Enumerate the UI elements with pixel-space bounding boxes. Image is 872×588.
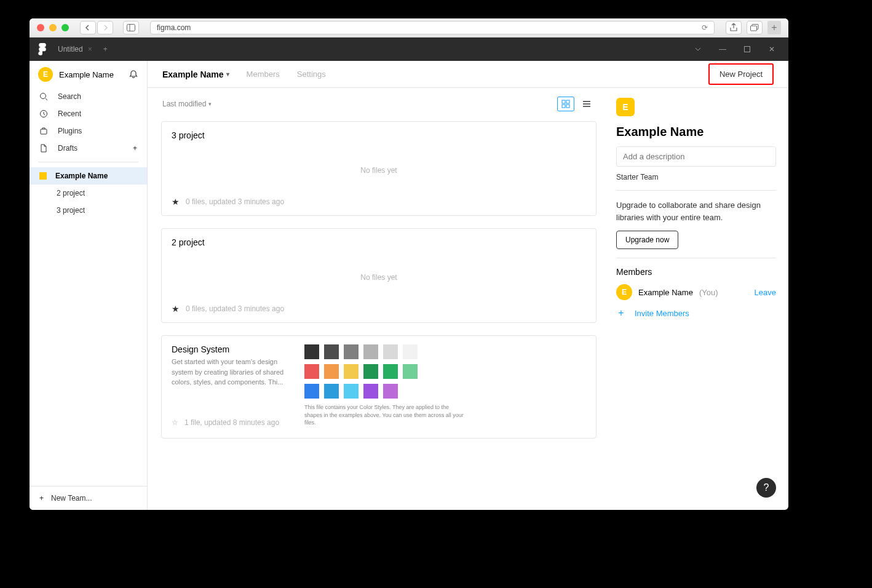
new-team-button[interactable]: + New Team... bbox=[30, 486, 147, 510]
maximize-icon[interactable] bbox=[743, 45, 751, 54]
project-title: 3 project bbox=[172, 130, 586, 140]
color-swatch bbox=[324, 344, 339, 359]
swatch-row-blues bbox=[304, 384, 586, 399]
sort-dropdown[interactable]: Last modified ▾ bbox=[162, 100, 212, 108]
team-title-dropdown[interactable]: Example Name ▾ bbox=[162, 70, 229, 79]
project-card[interactable]: 2 project No files yet ★ 0 files, update… bbox=[161, 228, 597, 323]
invite-label: Invite Members bbox=[635, 309, 689, 318]
empty-state-text: No files yet bbox=[172, 251, 586, 304]
sidebar-item-label: Search bbox=[58, 92, 81, 101]
close-window-button[interactable] bbox=[37, 24, 44, 31]
svg-rect-10 bbox=[566, 100, 569, 103]
add-draft-icon[interactable]: + bbox=[133, 144, 137, 153]
share-button[interactable] bbox=[726, 21, 742, 34]
divider bbox=[616, 258, 776, 258]
plus-icon: + bbox=[616, 308, 626, 319]
sidebar-item-search[interactable]: Search bbox=[30, 88, 147, 105]
sidebar-team-item[interactable]: Example Name bbox=[30, 167, 147, 185]
file-tab[interactable]: Untitled × bbox=[58, 45, 92, 54]
tabs-button[interactable] bbox=[747, 21, 763, 34]
project-title: 2 project bbox=[172, 237, 586, 247]
svg-rect-8 bbox=[41, 129, 47, 134]
color-swatch bbox=[403, 364, 418, 379]
design-system-desc: Get started with your team's design syst… bbox=[172, 357, 295, 387]
sidebar-item-recent[interactable]: Recent bbox=[30, 105, 147, 122]
color-swatch bbox=[383, 344, 398, 359]
notifications-icon[interactable] bbox=[129, 70, 138, 79]
project-meta: 0 files, updated 3 minutes ago bbox=[186, 197, 284, 206]
star-icon[interactable]: ★ bbox=[172, 304, 180, 314]
sidebar-item-label: Plugins bbox=[58, 127, 82, 135]
tab-members[interactable]: Members bbox=[247, 70, 280, 79]
upgrade-button[interactable]: Upgrade now bbox=[616, 231, 678, 249]
new-project-button[interactable]: New Project bbox=[708, 63, 774, 85]
new-file-tab-button[interactable]: + bbox=[103, 45, 108, 54]
design-system-title: Design System bbox=[172, 344, 295, 354]
chevron-down-icon: ▾ bbox=[208, 101, 212, 107]
new-tab-button[interactable]: + bbox=[767, 21, 781, 34]
team-color-swatch bbox=[39, 172, 47, 180]
sidebar-project-item[interactable]: 3 project bbox=[30, 202, 147, 219]
minimize-window-button[interactable] bbox=[49, 24, 57, 31]
member-avatar: E bbox=[616, 284, 632, 300]
close-tab-icon[interactable]: × bbox=[88, 45, 92, 54]
figma-logo-icon[interactable] bbox=[38, 43, 47, 55]
svg-point-5 bbox=[41, 93, 46, 99]
empty-state-text: No files yet bbox=[172, 144, 586, 197]
design-system-card[interactable]: Design System Get started with your team… bbox=[161, 335, 597, 439]
color-swatch bbox=[363, 344, 378, 359]
star-icon[interactable]: ★ bbox=[172, 197, 180, 207]
color-swatch bbox=[383, 384, 398, 399]
traffic-lights bbox=[37, 24, 69, 31]
color-swatch bbox=[344, 344, 359, 359]
chevron-down-icon[interactable] bbox=[694, 45, 702, 54]
team-plan-label: Starter Team bbox=[616, 173, 776, 181]
minimize-icon[interactable]: — bbox=[718, 45, 727, 54]
project-card[interactable]: 3 project No files yet ★ 0 files, update… bbox=[161, 121, 597, 216]
user-avatar[interactable]: E bbox=[38, 67, 53, 82]
svg-rect-12 bbox=[566, 105, 569, 108]
sidebar-item-plugins[interactable]: Plugins bbox=[30, 122, 147, 140]
svg-rect-0 bbox=[127, 25, 135, 31]
invite-members-link[interactable]: + Invite Members bbox=[616, 308, 776, 319]
user-name-label: Example Name bbox=[59, 70, 122, 79]
svg-rect-3 bbox=[751, 26, 757, 31]
member-you-label: (You) bbox=[699, 288, 718, 297]
url-bar[interactable]: figma.com ⟳ bbox=[150, 21, 715, 34]
team-name-heading: Example Name bbox=[616, 125, 776, 139]
tab-settings[interactable]: Settings bbox=[297, 70, 326, 79]
maximize-window-button[interactable] bbox=[61, 24, 69, 31]
drafts-icon bbox=[39, 144, 49, 153]
star-outline-icon[interactable]: ☆ bbox=[172, 418, 178, 427]
svg-rect-9 bbox=[562, 100, 565, 103]
figma-toolbar: Untitled × + — ✕ bbox=[30, 38, 788, 61]
svg-rect-11 bbox=[562, 105, 565, 108]
forward-button[interactable] bbox=[97, 21, 113, 34]
browser-chrome: figma.com ⟳ + bbox=[30, 18, 788, 38]
reload-icon[interactable]: ⟳ bbox=[702, 23, 708, 32]
member-row: E Example Name (You) Leave bbox=[616, 284, 776, 300]
color-swatch bbox=[363, 384, 378, 399]
close-icon[interactable]: ✕ bbox=[767, 45, 776, 54]
grid-view-button[interactable] bbox=[557, 97, 574, 111]
file-tab-title: Untitled bbox=[58, 45, 83, 54]
color-swatch bbox=[344, 384, 359, 399]
members-heading: Members bbox=[616, 267, 776, 277]
design-system-meta: 1 file, updated 8 minutes ago bbox=[184, 418, 279, 427]
sidebar-item-drafts[interactable]: Drafts + bbox=[30, 140, 147, 157]
sidebar-project-item[interactable]: 2 project bbox=[30, 185, 147, 202]
sidebar-toggle-button[interactable] bbox=[123, 21, 139, 34]
team-details-panel: E Example Name Starter Team Upgrade to c… bbox=[610, 88, 788, 510]
leave-team-link[interactable]: Leave bbox=[755, 288, 776, 297]
color-swatch bbox=[344, 364, 359, 379]
list-view-button[interactable] bbox=[578, 97, 595, 111]
main-header: Example Name ▾ Members Settings New Proj… bbox=[148, 61, 788, 88]
team-name-label: Example Name bbox=[55, 172, 108, 180]
back-button[interactable] bbox=[80, 21, 96, 34]
clock-icon bbox=[39, 109, 49, 118]
sidebar-item-label: Drafts bbox=[58, 144, 77, 153]
team-description-input[interactable] bbox=[616, 146, 776, 167]
help-button[interactable]: ? bbox=[756, 478, 776, 498]
design-system-caption: This file contains your Color Styles. Th… bbox=[304, 403, 464, 427]
plus-icon: + bbox=[39, 494, 44, 503]
